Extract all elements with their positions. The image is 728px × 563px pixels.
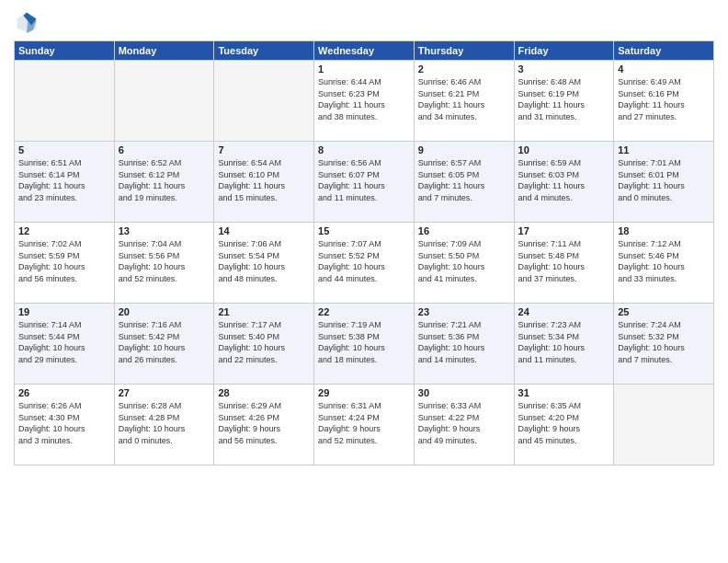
day-number: 14 bbox=[218, 225, 310, 236]
day-cell: 25Sunrise: 7:24 AM Sunset: 5:32 PM Dayli… bbox=[614, 304, 714, 385]
day-info: Sunrise: 6:51 AM Sunset: 6:14 PM Dayligh… bbox=[18, 157, 110, 203]
day-number: 23 bbox=[418, 306, 510, 317]
day-cell: 2Sunrise: 6:46 AM Sunset: 6:21 PM Daylig… bbox=[414, 61, 514, 142]
day-number: 3 bbox=[518, 63, 610, 75]
day-cell: 31Sunrise: 6:35 AM Sunset: 4:20 PM Dayli… bbox=[514, 385, 614, 465]
day-number: 4 bbox=[618, 63, 710, 75]
day-number: 25 bbox=[618, 306, 710, 317]
day-number: 15 bbox=[318, 225, 410, 236]
day-info: Sunrise: 6:56 AM Sunset: 6:07 PM Dayligh… bbox=[318, 157, 410, 203]
day-info: Sunrise: 7:16 AM Sunset: 5:42 PM Dayligh… bbox=[119, 319, 210, 365]
logo bbox=[14, 9, 43, 35]
logo-icon bbox=[14, 9, 40, 35]
day-info: Sunrise: 7:17 AM Sunset: 5:40 PM Dayligh… bbox=[218, 319, 310, 365]
day-cell: 4Sunrise: 6:49 AM Sunset: 6:16 PM Daylig… bbox=[614, 61, 714, 142]
day-cell: 23Sunrise: 7:21 AM Sunset: 5:36 PM Dayli… bbox=[414, 304, 514, 385]
day-cell: 21Sunrise: 7:17 AM Sunset: 5:40 PM Dayli… bbox=[214, 304, 314, 385]
day-info: Sunrise: 6:57 AM Sunset: 6:05 PM Dayligh… bbox=[418, 157, 510, 203]
week-row: 5Sunrise: 6:51 AM Sunset: 6:14 PM Daylig… bbox=[15, 142, 714, 223]
day-info: Sunrise: 7:14 AM Sunset: 5:44 PM Dayligh… bbox=[18, 319, 110, 365]
day-number: 2 bbox=[418, 63, 510, 75]
day-info: Sunrise: 6:28 AM Sunset: 4:28 PM Dayligh… bbox=[119, 400, 210, 446]
weekday-header: Friday bbox=[514, 41, 614, 61]
day-cell: 28Sunrise: 6:29 AM Sunset: 4:26 PM Dayli… bbox=[214, 385, 314, 465]
day-number: 12 bbox=[18, 225, 110, 236]
day-number: 1 bbox=[318, 63, 410, 75]
day-number: 9 bbox=[418, 144, 510, 155]
day-info: Sunrise: 7:06 AM Sunset: 5:54 PM Dayligh… bbox=[218, 238, 310, 284]
day-cell: 27Sunrise: 6:28 AM Sunset: 4:28 PM Dayli… bbox=[114, 385, 214, 465]
day-info: Sunrise: 6:48 AM Sunset: 6:19 PM Dayligh… bbox=[518, 76, 610, 122]
day-cell: 5Sunrise: 6:51 AM Sunset: 6:14 PM Daylig… bbox=[15, 142, 115, 223]
day-cell: 12Sunrise: 7:02 AM Sunset: 5:59 PM Dayli… bbox=[15, 223, 115, 304]
day-info: Sunrise: 6:33 AM Sunset: 4:22 PM Dayligh… bbox=[418, 400, 510, 446]
day-cell: 24Sunrise: 7:23 AM Sunset: 5:34 PM Dayli… bbox=[514, 304, 614, 385]
day-cell: 6Sunrise: 6:52 AM Sunset: 6:12 PM Daylig… bbox=[114, 142, 214, 223]
calendar: SundayMondayTuesdayWednesdayThursdayFrid… bbox=[14, 40, 714, 465]
day-cell: 19Sunrise: 7:14 AM Sunset: 5:44 PM Dayli… bbox=[15, 304, 115, 385]
day-number: 29 bbox=[318, 387, 410, 398]
day-info: Sunrise: 6:46 AM Sunset: 6:21 PM Dayligh… bbox=[418, 76, 510, 122]
day-cell: 16Sunrise: 7:09 AM Sunset: 5:50 PM Dayli… bbox=[414, 223, 514, 304]
day-cell: 9Sunrise: 6:57 AM Sunset: 6:05 PM Daylig… bbox=[414, 142, 514, 223]
weekday-header: Monday bbox=[114, 41, 214, 61]
day-number: 18 bbox=[618, 225, 710, 236]
day-cell bbox=[214, 61, 314, 142]
day-number: 31 bbox=[518, 387, 610, 398]
day-number: 28 bbox=[218, 387, 310, 398]
day-number: 30 bbox=[418, 387, 510, 398]
day-number: 6 bbox=[119, 144, 210, 155]
weekday-header: Wednesday bbox=[314, 41, 415, 61]
day-cell bbox=[614, 385, 714, 465]
day-number: 10 bbox=[518, 144, 610, 155]
day-cell: 15Sunrise: 7:07 AM Sunset: 5:52 PM Dayli… bbox=[314, 223, 415, 304]
day-number: 20 bbox=[119, 306, 210, 317]
day-cell: 20Sunrise: 7:16 AM Sunset: 5:42 PM Dayli… bbox=[114, 304, 214, 385]
day-info: Sunrise: 7:09 AM Sunset: 5:50 PM Dayligh… bbox=[418, 238, 510, 284]
day-cell: 18Sunrise: 7:12 AM Sunset: 5:46 PM Dayli… bbox=[614, 223, 714, 304]
day-number: 21 bbox=[218, 306, 310, 317]
day-number: 5 bbox=[18, 144, 110, 155]
day-info: Sunrise: 7:07 AM Sunset: 5:52 PM Dayligh… bbox=[318, 238, 410, 284]
day-cell: 26Sunrise: 6:26 AM Sunset: 4:30 PM Dayli… bbox=[15, 385, 115, 465]
day-cell: 3Sunrise: 6:48 AM Sunset: 6:19 PM Daylig… bbox=[514, 61, 614, 142]
day-number: 8 bbox=[318, 144, 410, 155]
day-info: Sunrise: 7:04 AM Sunset: 5:56 PM Dayligh… bbox=[119, 238, 210, 284]
header bbox=[14, 9, 714, 35]
day-cell: 10Sunrise: 6:59 AM Sunset: 6:03 PM Dayli… bbox=[514, 142, 614, 223]
day-info: Sunrise: 6:44 AM Sunset: 6:23 PM Dayligh… bbox=[318, 76, 410, 122]
day-info: Sunrise: 6:52 AM Sunset: 6:12 PM Dayligh… bbox=[119, 157, 210, 203]
day-info: Sunrise: 7:23 AM Sunset: 5:34 PM Dayligh… bbox=[518, 319, 610, 365]
day-info: Sunrise: 7:02 AM Sunset: 5:59 PM Dayligh… bbox=[18, 238, 110, 284]
weekday-header: Thursday bbox=[414, 41, 514, 61]
day-info: Sunrise: 7:24 AM Sunset: 5:32 PM Dayligh… bbox=[618, 319, 710, 365]
weekday-header: Tuesday bbox=[214, 41, 314, 61]
day-cell bbox=[114, 61, 214, 142]
day-number: 17 bbox=[518, 225, 610, 236]
day-cell: 11Sunrise: 7:01 AM Sunset: 6:01 PM Dayli… bbox=[614, 142, 714, 223]
day-info: Sunrise: 6:35 AM Sunset: 4:20 PM Dayligh… bbox=[518, 400, 610, 446]
day-cell: 14Sunrise: 7:06 AM Sunset: 5:54 PM Dayli… bbox=[214, 223, 314, 304]
day-info: Sunrise: 6:26 AM Sunset: 4:30 PM Dayligh… bbox=[18, 400, 110, 446]
day-number: 27 bbox=[119, 387, 210, 398]
weekday-header: Saturday bbox=[614, 41, 714, 61]
day-info: Sunrise: 6:29 AM Sunset: 4:26 PM Dayligh… bbox=[218, 400, 310, 446]
week-row: 26Sunrise: 6:26 AM Sunset: 4:30 PM Dayli… bbox=[15, 385, 714, 465]
day-info: Sunrise: 7:19 AM Sunset: 5:38 PM Dayligh… bbox=[318, 319, 410, 365]
week-row: 19Sunrise: 7:14 AM Sunset: 5:44 PM Dayli… bbox=[15, 304, 714, 385]
day-info: Sunrise: 7:12 AM Sunset: 5:46 PM Dayligh… bbox=[618, 238, 710, 284]
weekday-header-row: SundayMondayTuesdayWednesdayThursdayFrid… bbox=[15, 41, 714, 61]
day-cell: 30Sunrise: 6:33 AM Sunset: 4:22 PM Dayli… bbox=[414, 385, 514, 465]
day-info: Sunrise: 7:11 AM Sunset: 5:48 PM Dayligh… bbox=[518, 238, 610, 284]
day-cell: 7Sunrise: 6:54 AM Sunset: 6:10 PM Daylig… bbox=[214, 142, 314, 223]
day-number: 22 bbox=[318, 306, 410, 317]
day-info: Sunrise: 6:59 AM Sunset: 6:03 PM Dayligh… bbox=[518, 157, 610, 203]
day-cell: 1Sunrise: 6:44 AM Sunset: 6:23 PM Daylig… bbox=[314, 61, 415, 142]
day-number: 11 bbox=[618, 144, 710, 155]
day-number: 19 bbox=[18, 306, 110, 317]
day-info: Sunrise: 7:01 AM Sunset: 6:01 PM Dayligh… bbox=[618, 157, 710, 203]
day-cell: 22Sunrise: 7:19 AM Sunset: 5:38 PM Dayli… bbox=[314, 304, 415, 385]
day-number: 24 bbox=[518, 306, 610, 317]
week-row: 1Sunrise: 6:44 AM Sunset: 6:23 PM Daylig… bbox=[15, 61, 714, 142]
day-cell: 13Sunrise: 7:04 AM Sunset: 5:56 PM Dayli… bbox=[114, 223, 214, 304]
